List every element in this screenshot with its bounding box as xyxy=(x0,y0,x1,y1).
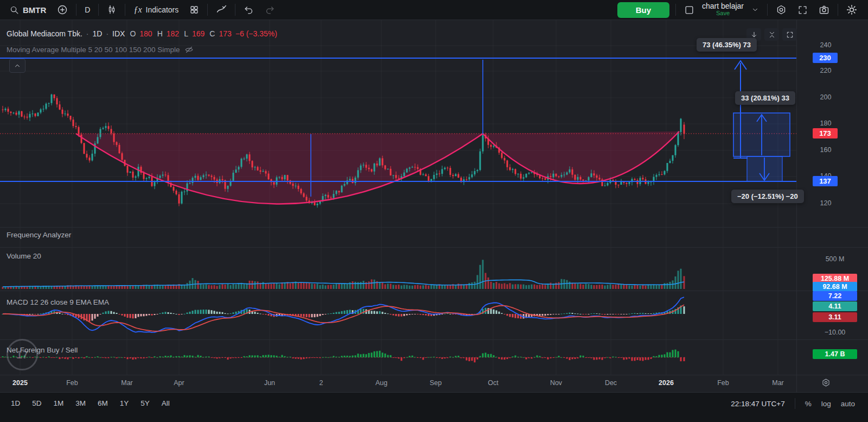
symbol-title: Global Mediacom Tbk. xyxy=(7,29,82,38)
eye-off-icon[interactable] xyxy=(184,45,194,54)
chart-settings-button[interactable] xyxy=(770,2,792,18)
maximize-pane-button[interactable] xyxy=(782,28,797,41)
price-tick-200: 200 xyxy=(809,93,843,101)
scale-tick-−10.00: −10.00 xyxy=(813,329,857,336)
price-tick-160: 160 xyxy=(809,146,843,154)
net-foreign-title[interactable]: Net Foreign Buy / Sell xyxy=(7,346,78,354)
scale-tick-500M: 500 M xyxy=(813,255,857,263)
price-tick-220: 220 xyxy=(809,67,843,74)
toolbar-divider xyxy=(235,4,235,16)
clock-label[interactable]: 22:18:47 UTC+7 xyxy=(731,400,784,408)
range-button-5y[interactable]: 5Y xyxy=(136,397,154,410)
layout-name-label: chart belajar xyxy=(702,3,744,10)
range-button-3m[interactable]: 3M xyxy=(71,397,90,410)
fullscreen-icon xyxy=(797,5,808,15)
value-tag-92.68M: 92.68 M xyxy=(813,282,857,292)
fullscreen-button[interactable] xyxy=(792,2,813,18)
toolbar-divider xyxy=(76,4,76,16)
time-axis-label-Apr[interactable]: Apr xyxy=(174,379,184,387)
date-range-buttons: 1D5D1M3M6M1Y5YAll xyxy=(0,393,174,410)
pane-collapse-button[interactable] xyxy=(9,59,25,73)
layout-menu-chevron[interactable] xyxy=(746,2,764,18)
macd-title[interactable]: MACD 12 26 close 9 EMA EMA xyxy=(7,298,109,306)
buy-button[interactable]: Buy xyxy=(617,2,669,18)
value-tag-3.11: 3.11 xyxy=(813,312,857,322)
candlestick-icon xyxy=(107,5,117,15)
indicators-button[interactable]: ƒx Indicators xyxy=(128,2,184,18)
compare-add-symbol-button[interactable] xyxy=(52,2,73,18)
time-axis-label-Sep[interactable]: Sep xyxy=(430,379,442,387)
draw-favorites-button[interactable] xyxy=(210,2,232,18)
gear-icon xyxy=(776,4,787,15)
layout-select-button[interactable] xyxy=(679,2,700,18)
chevron-down-icon xyxy=(751,6,759,14)
redo-icon xyxy=(265,5,275,15)
theme-toggle-button[interactable] xyxy=(841,2,863,18)
layout-grid-button[interactable] xyxy=(184,2,205,18)
time-axis-label-Mar[interactable]: Mar xyxy=(772,379,784,387)
percent-scale-button[interactable]: % xyxy=(805,400,812,408)
price-tag-173: 173 xyxy=(813,128,838,138)
time-axis-label-Feb[interactable]: Feb xyxy=(717,379,729,387)
legend-dot: · xyxy=(86,29,89,38)
value-tag-7.22: 7.22 xyxy=(813,291,857,301)
bottom-divider xyxy=(795,398,795,409)
ma-indicator-label: Moving Average Multiple 5 20 50 100 150 … xyxy=(7,46,180,54)
undo-icon xyxy=(244,5,254,15)
trading-chart-app: BMTR D ƒx Indicators xyxy=(0,0,868,422)
price-tick-180: 180 xyxy=(809,119,843,127)
snapshot-button[interactable] xyxy=(813,2,835,18)
log-scale-button[interactable]: log xyxy=(821,400,831,408)
interval-label: D xyxy=(85,5,90,14)
legend-exchange: IDX xyxy=(112,29,125,38)
symbol-search-button[interactable]: BMTR xyxy=(4,2,52,18)
time-axis-label-Jun[interactable]: Jun xyxy=(264,379,275,387)
range-tooltip-stop: −20 (−12.51%) −20 xyxy=(731,190,804,203)
range-button-1d[interactable]: 1D xyxy=(7,397,24,410)
auto-scale-button[interactable]: auto xyxy=(841,400,855,408)
range-button-1m[interactable]: 1M xyxy=(49,397,68,410)
range-button-5d[interactable]: 5D xyxy=(28,397,46,410)
save-label[interactable]: Save xyxy=(716,10,730,17)
ohlc-low-value: 169 xyxy=(192,29,205,38)
chart-layout-name[interactable]: chart belajar Save xyxy=(702,3,744,17)
range-button-6m[interactable]: 6M xyxy=(93,397,112,410)
single-layout-icon xyxy=(684,5,694,15)
chevron-up-icon xyxy=(14,62,21,70)
ma-indicator-legend[interactable]: Moving Average Multiple 5 20 50 100 150 … xyxy=(7,45,194,54)
axis-settings-button[interactable] xyxy=(821,378,831,389)
time-axis[interactable]: 2025FebMarAprJun2AugSepOctNovDec2026FebM… xyxy=(0,375,868,393)
time-axis-label-Nov[interactable]: Nov xyxy=(550,379,562,387)
indicators-label: Indicators xyxy=(146,5,179,14)
chart-canvas[interactable] xyxy=(0,0,868,422)
time-axis-label-Aug[interactable]: Aug xyxy=(375,379,387,387)
plus-circle-icon xyxy=(57,4,68,15)
chart-style-button[interactable] xyxy=(101,2,122,18)
price-tick-240: 240 xyxy=(809,41,843,49)
ohlc-high-value: 182 xyxy=(167,29,179,38)
arrow-down-icon xyxy=(750,31,758,39)
frequency-analyzer-title[interactable]: Frequency Analyzer xyxy=(7,231,71,239)
collapse-pane-button[interactable] xyxy=(764,28,779,41)
undo-button[interactable] xyxy=(238,2,259,18)
interval-button[interactable]: D xyxy=(79,2,95,18)
toolbar-divider xyxy=(207,4,208,16)
ohlc-open-value: 180 xyxy=(139,29,152,38)
broker-watermark: 17 xyxy=(7,339,38,370)
time-axis-label-2025[interactable]: 2025 xyxy=(12,379,28,387)
time-axis-label-Oct[interactable]: Oct xyxy=(488,379,498,387)
time-axis-label-Dec[interactable]: Dec xyxy=(605,379,617,387)
function-icon: ƒx xyxy=(133,5,142,15)
redo-button[interactable] xyxy=(259,2,280,18)
time-axis-label-Feb[interactable]: Feb xyxy=(66,379,78,387)
range-button-1y[interactable]: 1Y xyxy=(116,397,133,410)
volume-title[interactable]: Volume 20 xyxy=(7,252,41,260)
symbol-legend[interactable]: Global Mediacom Tbk. · 1D · IDX O180 H18… xyxy=(7,29,277,38)
time-axis-label-Mar[interactable]: Mar xyxy=(121,379,133,387)
time-axis-label-2[interactable]: 2 xyxy=(320,379,323,387)
time-axis-label-2026[interactable]: 2026 xyxy=(659,379,674,387)
range-button-all[interactable]: All xyxy=(157,397,174,410)
ohlc-close-value: 173 xyxy=(219,29,231,38)
value-tag-4.11: 4.11 xyxy=(813,301,857,311)
value-tag-1.47B: 1.47 B xyxy=(813,349,857,359)
